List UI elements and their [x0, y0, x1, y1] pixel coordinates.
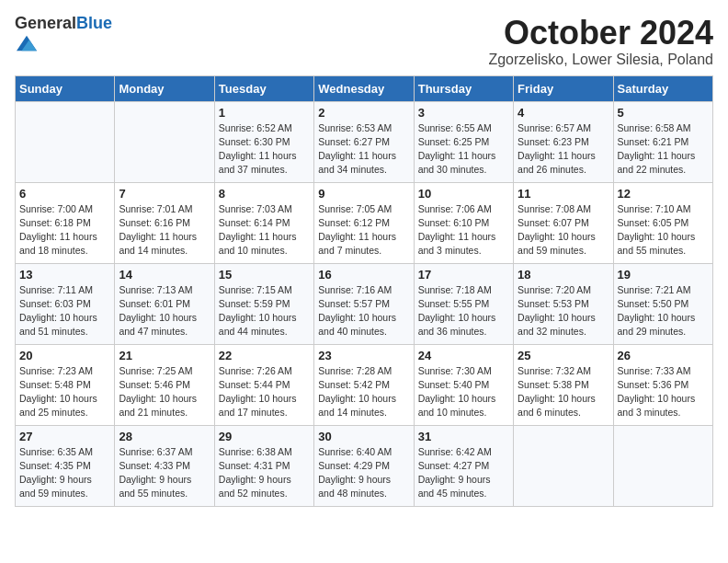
day-detail: Sunrise: 7:11 AM Sunset: 6:03 PM Dayligh…: [19, 283, 110, 339]
day-detail: Sunrise: 7:05 AM Sunset: 6:12 PM Dayligh…: [318, 202, 409, 259]
day-number: 16: [318, 268, 409, 282]
calendar-cell: 9Sunrise: 7:05 AM Sunset: 6:12 PM Daylig…: [314, 182, 414, 263]
day-number: 25: [518, 349, 609, 362]
day-detail: Sunrise: 6:53 AM Sunset: 6:27 PM Dayligh…: [318, 121, 409, 178]
day-detail: Sunrise: 6:58 AM Sunset: 6:21 PM Dayligh…: [618, 121, 709, 178]
calendar-cell: 11Sunrise: 7:08 AM Sunset: 6:07 PM Dayli…: [514, 182, 613, 263]
title-block: October 2024 Zgorzelisko, Lower Silesia,…: [488, 15, 713, 68]
week-row-4: 20Sunrise: 7:23 AM Sunset: 5:48 PM Dayli…: [16, 344, 713, 425]
day-detail: Sunrise: 7:32 AM Sunset: 5:38 PM Dayligh…: [518, 364, 609, 420]
calendar-body: 1Sunrise: 6:52 AM Sunset: 6:30 PM Daylig…: [16, 101, 713, 506]
calendar-cell: 8Sunrise: 7:03 AM Sunset: 6:14 PM Daylig…: [214, 182, 313, 263]
header-day-saturday: Saturday: [613, 75, 712, 101]
day-number: 1: [219, 106, 310, 120]
calendar-cell: 6Sunrise: 7:00 AM Sunset: 6:18 PM Daylig…: [16, 182, 115, 263]
day-detail: Sunrise: 6:40 AM Sunset: 4:29 PM Dayligh…: [318, 445, 409, 501]
day-detail: Sunrise: 7:03 AM Sunset: 6:14 PM Dayligh…: [219, 202, 310, 259]
calendar-cell: 3Sunrise: 6:55 AM Sunset: 6:25 PM Daylig…: [414, 101, 513, 182]
day-detail: Sunrise: 6:57 AM Sunset: 6:23 PM Dayligh…: [518, 121, 609, 178]
day-number: 28: [119, 430, 210, 443]
calendar-cell: 14Sunrise: 7:13 AM Sunset: 6:01 PM Dayli…: [115, 263, 214, 344]
header-day-monday: Monday: [115, 75, 214, 101]
calendar-cell: 1Sunrise: 6:52 AM Sunset: 6:30 PM Daylig…: [214, 101, 313, 182]
day-detail: Sunrise: 7:33 AM Sunset: 5:36 PM Dayligh…: [618, 364, 709, 420]
calendar-cell: [16, 101, 115, 182]
calendar-table: SundayMondayTuesdayWednesdayThursdayFrid…: [15, 75, 713, 507]
page-title: October 2024: [488, 15, 713, 52]
calendar-cell: 18Sunrise: 7:20 AM Sunset: 5:53 PM Dayli…: [514, 263, 613, 344]
day-number: 13: [19, 268, 110, 282]
day-detail: Sunrise: 7:15 AM Sunset: 5:59 PM Dayligh…: [219, 283, 310, 339]
day-number: 24: [418, 349, 509, 362]
calendar-cell: [514, 425, 613, 506]
week-row-5: 27Sunrise: 6:35 AM Sunset: 4:35 PM Dayli…: [16, 425, 713, 506]
logo-blue-text: Blue: [76, 14, 112, 32]
calendar-cell: 30Sunrise: 6:40 AM Sunset: 4:29 PM Dayli…: [314, 425, 414, 506]
day-detail: Sunrise: 7:25 AM Sunset: 5:46 PM Dayligh…: [119, 364, 210, 420]
calendar-cell: 7Sunrise: 7:01 AM Sunset: 6:16 PM Daylig…: [115, 182, 214, 263]
header-day-sunday: Sunday: [16, 75, 115, 101]
day-detail: Sunrise: 6:37 AM Sunset: 4:33 PM Dayligh…: [119, 445, 210, 501]
day-number: 15: [219, 268, 310, 282]
header-day-friday: Friday: [514, 75, 613, 101]
day-detail: Sunrise: 7:23 AM Sunset: 5:48 PM Dayligh…: [19, 364, 110, 420]
calendar-cell: 28Sunrise: 6:37 AM Sunset: 4:33 PM Dayli…: [115, 425, 214, 506]
calendar-cell: 24Sunrise: 7:30 AM Sunset: 5:40 PM Dayli…: [414, 344, 513, 425]
day-detail: Sunrise: 6:55 AM Sunset: 6:25 PM Dayligh…: [418, 121, 509, 178]
calendar-cell: 23Sunrise: 7:28 AM Sunset: 5:42 PM Dayli…: [314, 344, 414, 425]
logo-icon: [17, 33, 37, 53]
calendar-cell: [613, 425, 712, 506]
day-detail: Sunrise: 6:52 AM Sunset: 6:30 PM Dayligh…: [219, 121, 310, 178]
day-detail: Sunrise: 7:30 AM Sunset: 5:40 PM Dayligh…: [418, 364, 509, 420]
day-detail: Sunrise: 7:00 AM Sunset: 6:18 PM Dayligh…: [19, 202, 110, 259]
day-number: 29: [219, 430, 310, 443]
day-number: 8: [219, 187, 310, 201]
day-number: 19: [618, 268, 709, 282]
calendar-cell: 16Sunrise: 7:16 AM Sunset: 5:57 PM Dayli…: [314, 263, 414, 344]
day-detail: Sunrise: 7:21 AM Sunset: 5:50 PM Dayligh…: [618, 283, 709, 339]
calendar-cell: [115, 101, 214, 182]
day-number: 5: [618, 106, 709, 120]
day-detail: Sunrise: 7:01 AM Sunset: 6:16 PM Dayligh…: [119, 202, 210, 259]
header-day-thursday: Thursday: [414, 75, 513, 101]
day-detail: Sunrise: 7:28 AM Sunset: 5:42 PM Dayligh…: [318, 364, 409, 420]
week-row-2: 6Sunrise: 7:00 AM Sunset: 6:18 PM Daylig…: [16, 182, 713, 263]
calendar-cell: 15Sunrise: 7:15 AM Sunset: 5:59 PM Dayli…: [214, 263, 313, 344]
day-detail: Sunrise: 7:26 AM Sunset: 5:44 PM Dayligh…: [219, 364, 310, 420]
day-number: 3: [418, 106, 509, 120]
calendar-cell: 26Sunrise: 7:33 AM Sunset: 5:36 PM Dayli…: [613, 344, 712, 425]
day-number: 31: [418, 430, 509, 443]
header-day-wednesday: Wednesday: [314, 75, 414, 101]
day-detail: Sunrise: 7:10 AM Sunset: 6:05 PM Dayligh…: [618, 202, 709, 259]
day-number: 14: [119, 268, 210, 282]
day-number: 26: [618, 349, 709, 362]
day-detail: Sunrise: 7:08 AM Sunset: 6:07 PM Dayligh…: [518, 202, 609, 259]
day-number: 17: [418, 268, 509, 282]
day-number: 23: [318, 349, 409, 362]
calendar-cell: 25Sunrise: 7:32 AM Sunset: 5:38 PM Dayli…: [514, 344, 613, 425]
day-detail: Sunrise: 7:18 AM Sunset: 5:55 PM Dayligh…: [418, 283, 509, 339]
day-detail: Sunrise: 7:16 AM Sunset: 5:57 PM Dayligh…: [318, 283, 409, 339]
calendar-cell: 27Sunrise: 6:35 AM Sunset: 4:35 PM Dayli…: [16, 425, 115, 506]
day-number: 2: [318, 106, 409, 120]
logo: GeneralBlue: [15, 15, 112, 57]
header-row: SundayMondayTuesdayWednesdayThursdayFrid…: [16, 75, 713, 101]
day-number: 30: [318, 430, 409, 443]
header-day-tuesday: Tuesday: [214, 75, 313, 101]
day-number: 4: [518, 106, 609, 120]
day-number: 7: [119, 187, 210, 201]
calendar-cell: 20Sunrise: 7:23 AM Sunset: 5:48 PM Dayli…: [16, 344, 115, 425]
week-row-3: 13Sunrise: 7:11 AM Sunset: 6:03 PM Dayli…: [16, 263, 713, 344]
calendar-cell: 22Sunrise: 7:26 AM Sunset: 5:44 PM Dayli…: [214, 344, 313, 425]
day-number: 27: [19, 430, 110, 443]
calendar-cell: 19Sunrise: 7:21 AM Sunset: 5:50 PM Dayli…: [613, 263, 712, 344]
calendar-cell: 10Sunrise: 7:06 AM Sunset: 6:10 PM Dayli…: [414, 182, 513, 263]
day-detail: Sunrise: 7:06 AM Sunset: 6:10 PM Dayligh…: [418, 202, 509, 259]
day-detail: Sunrise: 7:13 AM Sunset: 6:01 PM Dayligh…: [119, 283, 210, 339]
day-number: 18: [518, 268, 609, 282]
day-number: 10: [418, 187, 509, 201]
day-number: 11: [518, 187, 609, 201]
week-row-1: 1Sunrise: 6:52 AM Sunset: 6:30 PM Daylig…: [16, 101, 713, 182]
calendar-cell: 12Sunrise: 7:10 AM Sunset: 6:05 PM Dayli…: [613, 182, 712, 263]
day-detail: Sunrise: 7:20 AM Sunset: 5:53 PM Dayligh…: [518, 283, 609, 339]
